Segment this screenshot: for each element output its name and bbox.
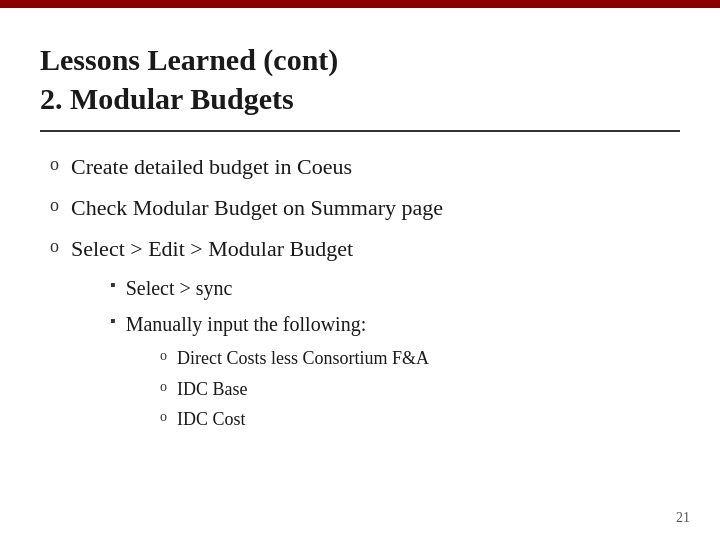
- bullet-item-3: o Select > Edit > Modular Budget: [50, 234, 680, 265]
- sub-sub-bullet-marker-2: o: [160, 379, 167, 395]
- sub-sub-bullet-marker-1: o: [160, 348, 167, 364]
- bullet-text-1: Create detailed budget in Coeus: [71, 152, 352, 183]
- sub-sub-bullet-marker-3: o: [160, 409, 167, 425]
- bullet-marker-2: o: [50, 195, 59, 216]
- bullet-marker-3: o: [50, 236, 59, 257]
- sub-bullet-marker-1: ▪: [110, 276, 116, 294]
- page-number: 21: [676, 510, 690, 526]
- slide: Lessons Learned (cont) 2. Modular Budget…: [0, 0, 720, 540]
- title-divider: [40, 130, 680, 132]
- bullet-marker-1: o: [50, 154, 59, 175]
- sub-sub-bullet-item-3: o IDC Cost: [160, 407, 680, 432]
- bullet-text-2: Check Modular Budget on Summary page: [71, 193, 443, 224]
- bullet-item-1: o Create detailed budget in Coeus: [50, 152, 680, 183]
- sub-sub-bullets-container: o Direct Costs less Consortium F&A o IDC…: [160, 346, 680, 432]
- slide-title: Lessons Learned (cont) 2. Modular Budget…: [40, 40, 680, 118]
- sub-sub-bullet-text-1: Direct Costs less Consortium F&A: [177, 346, 429, 371]
- sub-bullet-text-2: Manually input the following:: [126, 310, 367, 338]
- sub-bullet-item-1: ▪ Select > sync: [110, 274, 680, 302]
- sub-bullets-container: ▪ Select > sync ▪ Manually input the fol…: [110, 274, 680, 432]
- sub-bullet-item-2: ▪ Manually input the following:: [110, 310, 680, 338]
- content-area: o Create detailed budget in Coeus o Chec…: [40, 152, 680, 520]
- sub-sub-bullet-item-2: o IDC Base: [160, 377, 680, 402]
- top-bar: [0, 0, 720, 8]
- bullet-text-3: Select > Edit > Modular Budget: [71, 234, 353, 265]
- bullet-item-2: o Check Modular Budget on Summary page: [50, 193, 680, 224]
- sub-sub-bullet-text-2: IDC Base: [177, 377, 248, 402]
- title-section: Lessons Learned (cont) 2. Modular Budget…: [40, 40, 680, 118]
- sub-bullet-marker-2: ▪: [110, 312, 116, 330]
- sub-sub-bullet-text-3: IDC Cost: [177, 407, 246, 432]
- sub-bullet-text-1: Select > sync: [126, 274, 233, 302]
- title-line2: 2. Modular Budgets: [40, 82, 294, 115]
- title-line1: Lessons Learned (cont): [40, 43, 338, 76]
- sub-sub-bullet-item-1: o Direct Costs less Consortium F&A: [160, 346, 680, 371]
